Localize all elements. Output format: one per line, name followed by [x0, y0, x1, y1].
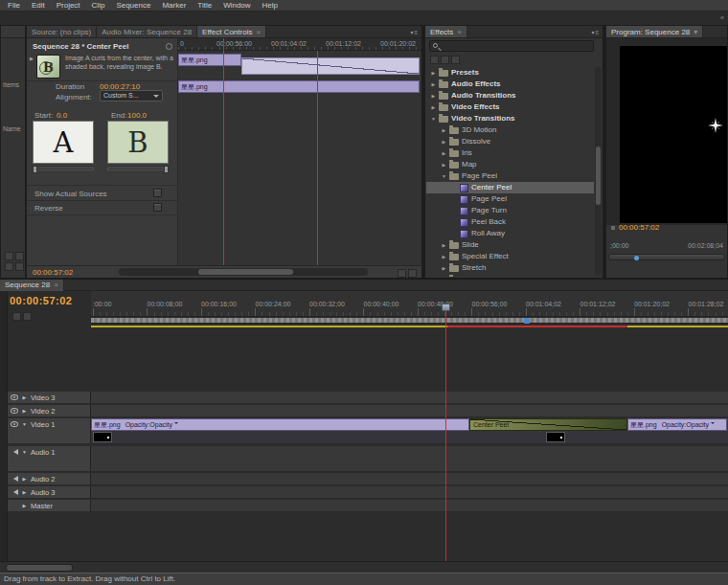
- toggle-track-output-eye-icon[interactable]: [11, 394, 18, 400]
- marker-icon[interactable]: [610, 225, 616, 231]
- toggle-effect-icon[interactable]: [166, 43, 172, 50]
- vertical-scrollbar[interactable]: [595, 67, 602, 276]
- track-header-master[interactable]: ▶Master: [8, 500, 91, 512]
- effect-controls-timecode[interactable]: 00:00:57:02: [33, 268, 73, 277]
- clip-effect-label[interactable]: Opacity:Opacity: [662, 421, 709, 428]
- trash-icon[interactable]: [15, 262, 24, 271]
- clip-2[interactable]: 星星.pngOpacity:Opacity: [627, 418, 727, 431]
- effect-page-turn[interactable]: Page Turn: [426, 205, 594, 216]
- list-view-icon[interactable]: [5, 252, 13, 260]
- twirl-open-icon[interactable]: ▼: [429, 113, 438, 124]
- menu-marker[interactable]: Marker: [156, 0, 192, 11]
- work-area-center-handle[interactable]: [524, 318, 530, 324]
- collapse-track-icon[interactable]: ▼: [21, 420, 28, 429]
- clip-a-bar[interactable]: 星星.png: [178, 54, 241, 66]
- effect-controls-timeline[interactable]: 000:00:56:0000:01:04:0200:01:12:0200:01:…: [178, 38, 421, 265]
- bin-special-effect[interactable]: ▶Special Effect: [426, 251, 594, 262]
- expand-track-icon[interactable]: ▶: [21, 488, 28, 497]
- twirl-open-icon[interactable]: ▶: [30, 56, 34, 61]
- snap-icon[interactable]: [12, 312, 21, 321]
- twirl-closed-icon[interactable]: ▶: [429, 67, 438, 79]
- effect-peel-back[interactable]: Peel Back: [426, 216, 594, 228]
- track-header-audio-3[interactable]: ▶Audio 3: [8, 486, 91, 499]
- toggle-track-output-speaker-icon[interactable]: [11, 449, 18, 455]
- project-tab-stub[interactable]: [1, 26, 25, 38]
- track-content-master[interactable]: [91, 500, 728, 512]
- program-timecode[interactable]: 00:00:57:02: [619, 223, 659, 232]
- bin-3d-motion[interactable]: ▶3D Motion: [426, 124, 594, 136]
- panel-menu-icon[interactable]: ▾: [694, 28, 697, 36]
- track-content-video-3[interactable]: [91, 392, 728, 404]
- clip-effect-label[interactable]: Opacity:Opacity: [125, 421, 172, 428]
- transition-center-peel[interactable]: Center Peel: [469, 418, 627, 431]
- twirl-closed-icon[interactable]: ▶: [440, 239, 448, 251]
- timeline-timecode[interactable]: 00:00:57:02: [10, 295, 72, 306]
- transition-block[interactable]: [241, 57, 420, 75]
- twirl-closed-icon[interactable]: ▶: [440, 274, 448, 277]
- tab-sequence-28[interactable]: Sequence 28×: [0, 280, 64, 291]
- collapse-track-icon[interactable]: ▼: [21, 448, 28, 457]
- menu-sequence[interactable]: Sequence: [110, 0, 156, 11]
- tab-program-sequence-28[interactable]: Program: Sequence 28▾: [606, 26, 703, 38]
- start-slider[interactable]: [33, 168, 94, 170]
- expand-track-icon[interactable]: ▶: [21, 502, 28, 510]
- tab-effect-controls[interactable]: Effect Controls×: [197, 26, 266, 38]
- toggle-track-output-speaker-icon[interactable]: [11, 476, 18, 482]
- work-area-bar[interactable]: [91, 318, 728, 324]
- menu-edit[interactable]: Edit: [26, 0, 51, 11]
- icon-view-icon[interactable]: [15, 252, 24, 260]
- effect-controls-time-ruler[interactable]: 000:00:56:0000:01:04:0200:01:12:0200:01:…: [178, 38, 421, 51]
- end-value[interactable]: 100.0: [127, 111, 147, 120]
- expand-track-icon[interactable]: ▶: [21, 475, 28, 484]
- bin-wipe[interactable]: ▶Wipe: [426, 274, 594, 277]
- bin-audio-transitions[interactable]: ▶Audio Transitions: [426, 90, 594, 101]
- timeline-horizontal-scrollbar[interactable]: [0, 561, 728, 573]
- bin-slide[interactable]: ▶Slide: [426, 239, 594, 251]
- panel-menu-icon[interactable]: ▾≡: [410, 29, 419, 35]
- accelerated-effects-icon[interactable]: [430, 56, 439, 64]
- effect-page-peel[interactable]: Page Peel: [426, 193, 594, 205]
- panel-menu-icon[interactable]: ▾≡: [591, 29, 600, 35]
- start-value[interactable]: 0.0: [57, 111, 67, 120]
- track-header-video-2[interactable]: ▶Video 2: [8, 405, 91, 417]
- menu-window[interactable]: Window: [217, 0, 256, 11]
- playhead-line[interactable]: [445, 304, 446, 561]
- bin-audio-effects[interactable]: ▶Audio Effects: [426, 79, 594, 90]
- track-content-video-2[interactable]: [91, 405, 728, 417]
- toggle-track-output-eye-icon[interactable]: [11, 408, 18, 414]
- track-content-audio-2[interactable]: [91, 473, 728, 485]
- twirl-open-icon[interactable]: ▼: [440, 170, 448, 182]
- menu-file[interactable]: File: [2, 0, 26, 11]
- tab-source-no-clips[interactable]: Source: (no clips): [27, 26, 97, 38]
- scrollbar-thumb[interactable]: [596, 146, 601, 205]
- bin-video-transitions[interactable]: ▼Video Transitions: [426, 113, 594, 124]
- twirl-closed-icon[interactable]: ▶: [429, 101, 438, 113]
- playhead-line[interactable]: [223, 38, 224, 265]
- set-marker-icon[interactable]: [23, 312, 32, 321]
- twirl-closed-icon[interactable]: ▶: [440, 159, 448, 170]
- twirl-closed-icon[interactable]: ▶: [440, 124, 448, 136]
- twirl-closed-icon[interactable]: ▶: [440, 147, 448, 159]
- menu-title[interactable]: Title: [192, 0, 217, 11]
- bin-dissolve[interactable]: ▶Dissolve: [426, 136, 594, 147]
- clip-b-bar[interactable]: 星星.png: [178, 80, 420, 93]
- track-header-video-3[interactable]: ▶Video 3: [8, 392, 91, 404]
- timeline-ruler[interactable]: :00:0000:00:08;0000:00:16;0000:00:24;000…: [91, 291, 728, 317]
- twirl-closed-icon[interactable]: ▶: [440, 262, 448, 274]
- effects-search-box[interactable]: [429, 40, 594, 52]
- toggle-track-output-speaker-icon[interactable]: [11, 489, 18, 495]
- new-bin-icon[interactable]: [5, 262, 13, 271]
- toggle-track-output-eye-icon[interactable]: [11, 421, 18, 427]
- bin-iris[interactable]: ▶Iris: [426, 147, 594, 159]
- track-content-video-1[interactable]: 星星.pngOpacity:OpacityCenter Peel星星.pngOp…: [91, 418, 728, 444]
- twirl-closed-icon[interactable]: ▶: [440, 136, 448, 147]
- track-content-audio-1[interactable]: [91, 446, 728, 472]
- close-icon[interactable]: ×: [457, 28, 462, 36]
- program-playhead-marker[interactable]: [634, 256, 639, 260]
- bin-stretch[interactable]: ▶Stretch: [426, 262, 594, 274]
- close-icon[interactable]: ×: [54, 281, 58, 289]
- track-header-audio-2[interactable]: ▶Audio 2: [8, 473, 91, 485]
- slider-handle[interactable]: [164, 166, 169, 173]
- end-slider[interactable]: [107, 168, 169, 170]
- effect-center-peel[interactable]: Center Peel: [426, 182, 594, 193]
